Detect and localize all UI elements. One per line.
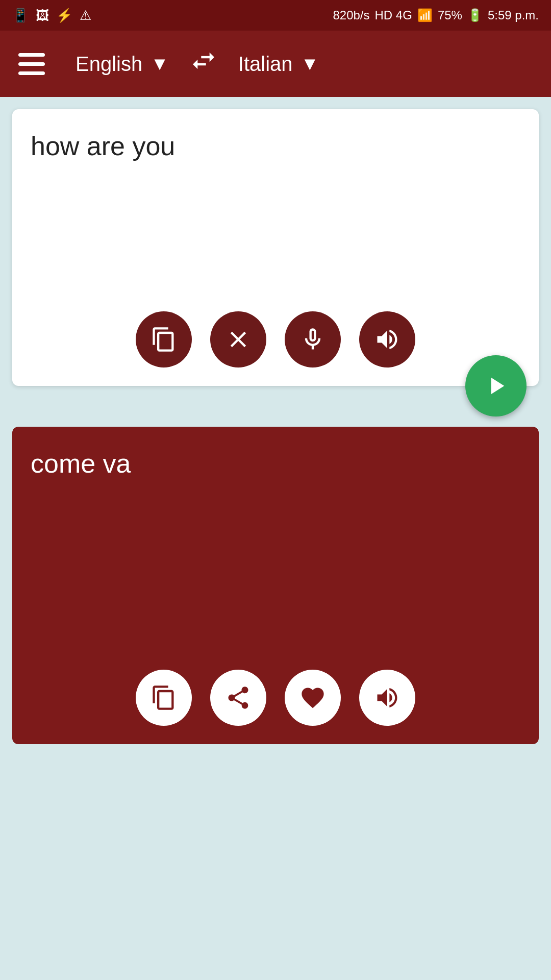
- translate-button[interactable]: [465, 355, 527, 416]
- result-box: come va: [12, 427, 539, 744]
- source-input-box: how are you: [12, 109, 539, 386]
- swap-languages-button[interactable]: [189, 46, 218, 81]
- result-text: come va: [31, 445, 520, 649]
- network-speed: 820b/s: [333, 8, 369, 22]
- source-text[interactable]: how are you: [31, 128, 520, 291]
- whatsapp-icon: 📱: [12, 8, 29, 23]
- result-actions: [31, 670, 520, 732]
- clipboard-button[interactable]: [136, 311, 192, 368]
- battery: 75%: [438, 8, 462, 22]
- network-type: HD 4G: [375, 8, 412, 22]
- source-language-chevron: ▼: [151, 53, 169, 75]
- toolbar: English ▼ Italian ▼: [0, 31, 551, 97]
- image-icon: 🖼: [36, 8, 49, 23]
- status-bar-right: 820b/s HD 4G 📶 75% 🔋 5:59 p.m.: [333, 8, 539, 22]
- source-actions: [31, 311, 520, 374]
- clear-button[interactable]: [210, 311, 266, 368]
- result-speaker-button[interactable]: [359, 670, 415, 726]
- target-language-label: Italian: [238, 53, 293, 76]
- battery-icon: 🔋: [467, 8, 483, 22]
- status-bar-left: 📱 🖼 ⚡ ⚠: [12, 8, 91, 23]
- usb-icon: ⚡: [56, 8, 72, 23]
- signal-icon: 📶: [417, 8, 433, 22]
- source-language-label: English: [76, 53, 142, 76]
- main-content: how are you: [0, 97, 551, 744]
- menu-icon[interactable]: [18, 53, 45, 75]
- warning-icon: ⚠: [80, 8, 91, 23]
- source-language-selector[interactable]: English ▼: [76, 53, 169, 76]
- target-language-chevron: ▼: [301, 53, 319, 75]
- source-speaker-button[interactable]: [359, 311, 415, 368]
- copy-button[interactable]: [136, 670, 192, 726]
- time: 5:59 p.m.: [488, 8, 539, 22]
- microphone-button[interactable]: [285, 311, 341, 368]
- target-language-selector[interactable]: Italian ▼: [238, 53, 319, 76]
- share-button[interactable]: [210, 670, 266, 726]
- status-bar: 📱 🖼 ⚡ ⚠ 820b/s HD 4G 📶 75% 🔋 5:59 p.m.: [0, 0, 551, 31]
- favorite-button[interactable]: [285, 670, 341, 726]
